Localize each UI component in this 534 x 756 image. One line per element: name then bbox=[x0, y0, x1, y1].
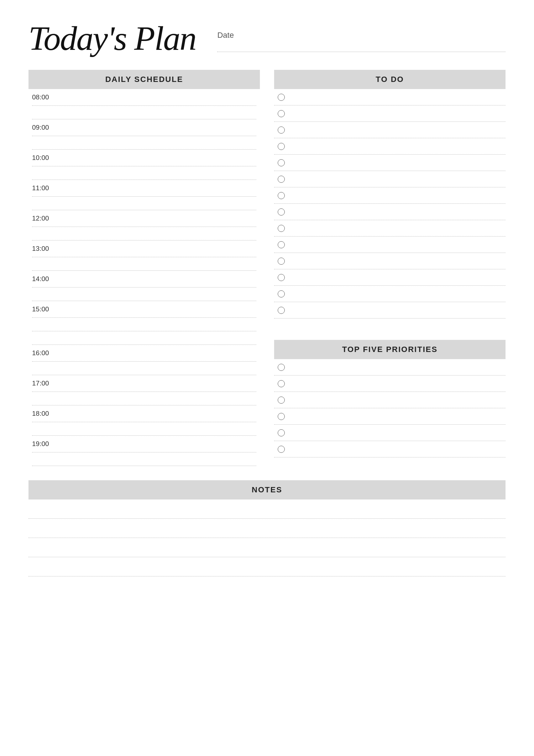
schedule-row-1400: 14:00 bbox=[28, 271, 260, 301]
notes-header: NOTES bbox=[28, 480, 506, 499]
todo-circle-11 bbox=[278, 258, 285, 265]
time-slot-0900: 09:00 bbox=[28, 119, 260, 133]
daily-schedule-section: DAILY SCHEDULE 08:00 09:00 bbox=[28, 70, 260, 466]
time-slot-1900: 19:00 bbox=[28, 436, 260, 449]
schedule-row-1800: 18:00 bbox=[28, 405, 260, 436]
priority-item-6[interactable] bbox=[274, 441, 506, 457]
schedule-extra-line bbox=[32, 422, 256, 436]
todo-item-8[interactable] bbox=[274, 204, 506, 220]
todo-circle-3 bbox=[278, 126, 285, 134]
notes-lines bbox=[28, 499, 506, 576]
schedule-row-1700: 17:00 bbox=[28, 375, 260, 405]
priority-item-5[interactable] bbox=[274, 425, 506, 441]
todo-circle-12 bbox=[278, 274, 285, 281]
time-label-1900: 19:00 bbox=[32, 440, 49, 447]
todo-item-2[interactable] bbox=[274, 105, 506, 122]
priorities-section: TOP FIVE PRIORITIES bbox=[274, 340, 506, 457]
schedule-extra-line bbox=[32, 227, 256, 240]
schedule-extra-line bbox=[32, 288, 256, 301]
time-label-1100: 11:00 bbox=[32, 184, 49, 192]
date-section: Date bbox=[217, 31, 506, 56]
schedule-extra-line bbox=[32, 106, 256, 119]
todo-item-7[interactable] bbox=[274, 187, 506, 204]
todo-item-3[interactable] bbox=[274, 122, 506, 138]
todo-item-9[interactable] bbox=[274, 220, 506, 237]
gap-spacer bbox=[274, 319, 506, 329]
priority-circle-1 bbox=[278, 364, 285, 371]
time-slot-1200: 12:00 bbox=[28, 210, 260, 224]
schedule-extra-line bbox=[32, 166, 256, 180]
time-slot-1300: 13:00 bbox=[28, 240, 260, 254]
priority-circle-5 bbox=[278, 429, 285, 436]
todo-item-14[interactable] bbox=[274, 302, 506, 319]
todo-item-4[interactable] bbox=[274, 138, 506, 155]
time-label-1200: 12:00 bbox=[32, 214, 49, 222]
time-slot-1700: 17:00 bbox=[28, 375, 260, 389]
schedule-rows: 08:00 09:00 10:00 bbox=[28, 89, 260, 466]
time-label-1800: 18:00 bbox=[32, 410, 49, 417]
page-header: Today's Plan Date bbox=[28, 21, 506, 56]
schedule-row-1000: 10:00 bbox=[28, 150, 260, 180]
time-slot-1000: 10:00 bbox=[28, 150, 260, 163]
schedule-extra-line bbox=[32, 392, 256, 405]
todo-item-13[interactable] bbox=[274, 286, 506, 302]
schedule-extra-line bbox=[32, 197, 256, 210]
schedule-row-1100: 11:00 bbox=[28, 180, 260, 210]
time-label-1000: 10:00 bbox=[32, 154, 49, 161]
todo-circle-9 bbox=[278, 225, 285, 232]
priority-circle-4 bbox=[278, 413, 285, 420]
todo-circle-10 bbox=[278, 241, 285, 248]
todo-section: TO DO bbox=[274, 70, 506, 319]
priorities-header: TOP FIVE PRIORITIES bbox=[274, 340, 506, 359]
todo-rows bbox=[274, 89, 506, 319]
todo-circle-13 bbox=[278, 290, 285, 297]
notes-line-3[interactable] bbox=[28, 538, 506, 557]
schedule-extra-line bbox=[32, 318, 256, 331]
page-title: Today's Plan bbox=[28, 21, 196, 56]
notes-line-1[interactable] bbox=[28, 499, 506, 519]
todo-item-6[interactable] bbox=[274, 171, 506, 187]
priority-item-1[interactable] bbox=[274, 359, 506, 376]
todo-item-11[interactable] bbox=[274, 253, 506, 269]
time-label-0800: 08:00 bbox=[32, 93, 49, 101]
todo-circle-2 bbox=[278, 110, 285, 117]
todo-item-12[interactable] bbox=[274, 269, 506, 286]
todo-circle-4 bbox=[278, 143, 285, 150]
priority-circle-2 bbox=[278, 380, 285, 387]
schedule-row-1300: 13:00 bbox=[28, 240, 260, 271]
time-label-1700: 17:00 bbox=[32, 379, 49, 387]
time-slot-1100: 11:00 bbox=[28, 180, 260, 193]
notes-line-4[interactable] bbox=[28, 557, 506, 576]
todo-item-1[interactable] bbox=[274, 89, 506, 105]
priority-circle-6 bbox=[278, 446, 285, 453]
date-label: Date bbox=[217, 31, 506, 40]
time-slot-1600: 16:00 bbox=[28, 345, 260, 358]
right-column: TO DO bbox=[274, 70, 506, 466]
time-label-0900: 09:00 bbox=[32, 124, 49, 131]
schedule-extra-line bbox=[32, 452, 256, 466]
time-slot-1800: 18:00 bbox=[28, 405, 260, 419]
time-slot-0800: 08:00 bbox=[28, 89, 260, 103]
date-input-line[interactable] bbox=[217, 41, 506, 52]
priority-circle-3 bbox=[278, 397, 285, 404]
main-grid: DAILY SCHEDULE 08:00 09:00 bbox=[28, 70, 506, 576]
todo-item-10[interactable] bbox=[274, 237, 506, 253]
schedule-extra-line-2 bbox=[32, 331, 256, 345]
todo-circle-1 bbox=[278, 94, 285, 101]
time-slot-1400: 14:00 bbox=[28, 271, 260, 284]
notes-section: NOTES bbox=[28, 480, 506, 576]
schedule-extra-line bbox=[32, 362, 256, 375]
todo-item-5[interactable] bbox=[274, 155, 506, 171]
schedule-extra-line bbox=[32, 257, 256, 271]
priority-item-2[interactable] bbox=[274, 376, 506, 392]
todo-header: TO DO bbox=[274, 70, 506, 89]
time-label-1500: 15:00 bbox=[32, 305, 49, 313]
priority-item-4[interactable] bbox=[274, 408, 506, 425]
time-slot-1500: 15:00 bbox=[28, 301, 260, 315]
priority-item-3[interactable] bbox=[274, 392, 506, 408]
todo-circle-6 bbox=[278, 176, 285, 183]
todo-circle-5 bbox=[278, 159, 285, 166]
todo-circle-14 bbox=[278, 307, 285, 314]
time-label-1600: 16:00 bbox=[32, 349, 49, 357]
notes-line-2[interactable] bbox=[28, 519, 506, 538]
